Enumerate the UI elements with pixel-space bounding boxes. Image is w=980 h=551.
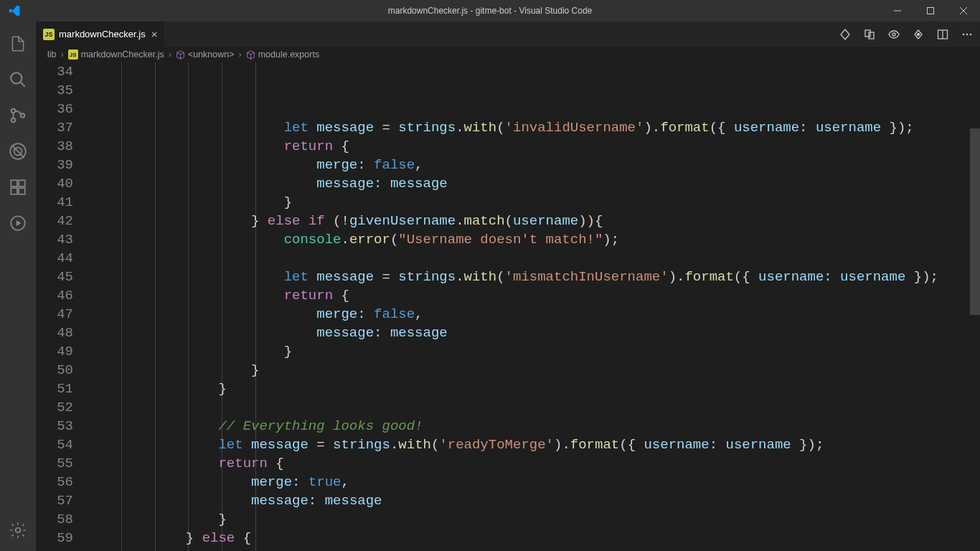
code-line[interactable]: console.error("Username doesn't match!")… — [88, 230, 980, 249]
activity-liveshare-icon[interactable] — [0, 205, 36, 241]
line-number: 54 — [36, 435, 73, 454]
code-line[interactable] — [88, 398, 980, 417]
code-line[interactable] — [88, 547, 980, 551]
line-number: 49 — [36, 342, 73, 361]
code-line[interactable]: let message = strings.with('readyToMerge… — [88, 435, 980, 454]
svg-rect-9 — [19, 188, 25, 194]
line-number: 58 — [36, 510, 73, 529]
code-editor[interactable]: 3435363738394041424344454647484950515253… — [36, 62, 980, 551]
svg-point-12 — [16, 528, 21, 533]
line-number: 43 — [36, 230, 73, 249]
chevron-right-icon: › — [239, 50, 242, 60]
code-line[interactable]: } else { — [88, 529, 980, 547]
action-more-icon[interactable] — [960, 27, 974, 42]
line-number: 36 — [36, 100, 73, 118]
svg-point-2 — [11, 109, 15, 113]
code-line[interactable]: return { — [88, 286, 980, 305]
code-line[interactable]: merge: true, — [88, 473, 980, 491]
activity-bar — [0, 22, 36, 551]
line-number: 51 — [36, 380, 73, 398]
tab-markdownchecker[interactable]: JS markdownChecker.js × — [36, 22, 165, 47]
activity-scm-icon[interactable] — [0, 98, 36, 133]
code-line[interactable]: message: message — [88, 174, 980, 193]
editor-actions — [838, 22, 980, 47]
line-number: 59 — [36, 529, 73, 547]
code-line[interactable] — [88, 100, 980, 118]
symbol-icon — [176, 50, 185, 60]
svg-point-15 — [892, 33, 895, 36]
code-line[interactable]: return { — [88, 454, 980, 473]
svg-rect-14 — [869, 32, 874, 39]
activity-explorer-icon[interactable] — [0, 26, 36, 62]
symbol-icon — [246, 50, 255, 60]
line-number: 48 — [36, 324, 73, 342]
svg-point-16 — [918, 33, 920, 35]
code-line[interactable]: // Everything looks good! — [88, 417, 980, 435]
code-line[interactable]: message: message — [88, 324, 980, 342]
tab-close-icon[interactable]: × — [151, 29, 158, 39]
code-line[interactable]: return { — [88, 137, 980, 156]
line-number: 55 — [36, 454, 73, 473]
line-number: 39 — [36, 156, 73, 174]
svg-rect-7 — [11, 180, 17, 187]
activity-extensions-icon[interactable] — [0, 169, 36, 205]
svg-point-20 — [970, 33, 972, 35]
code-line[interactable]: } — [88, 342, 980, 361]
svg-point-1 — [11, 72, 22, 83]
line-number: 37 — [36, 118, 73, 137]
action-reveal-icon[interactable] — [911, 27, 925, 42]
breadcrumb-folder[interactable]: lib — [47, 50, 57, 60]
code-line[interactable]: } — [88, 193, 980, 212]
action-preview-icon[interactable] — [887, 27, 901, 42]
window-title: markdownChecker.js - gitme-bot - Visual … — [388, 6, 593, 16]
line-number: 52 — [36, 398, 73, 417]
window-controls — [881, 0, 980, 22]
code-line[interactable]: let message = strings.with('invalidUsern… — [88, 118, 980, 137]
action-open-changes-icon[interactable] — [862, 27, 877, 42]
code-line[interactable]: merge: false, — [88, 305, 980, 324]
chevron-right-icon: › — [169, 50, 171, 60]
breadcrumb-symbol[interactable]: module.exports — [258, 50, 319, 60]
line-number: 40 — [36, 174, 73, 193]
js-file-icon: JS — [43, 29, 55, 40]
line-number: 46 — [36, 286, 73, 305]
chevron-right-icon: › — [61, 50, 64, 60]
code-line[interactable]: message: message — [88, 491, 980, 510]
code-line[interactable]: } — [88, 380, 980, 398]
breadcrumb-file[interactable]: markdownChecker.js — [81, 50, 164, 60]
js-file-icon: JS — [68, 50, 78, 60]
code-line[interactable] — [88, 249, 980, 268]
activity-debug-icon[interactable] — [0, 133, 36, 169]
line-number: 34 — [36, 62, 73, 81]
code-line[interactable]: merge: false, — [88, 156, 980, 174]
line-number: 47 — [36, 305, 73, 324]
code-line[interactable]: } — [88, 510, 980, 529]
code-area[interactable]: let message = strings.with('invalidUsern… — [88, 62, 980, 551]
activity-settings-icon[interactable] — [0, 512, 36, 548]
title-bar: markdownChecker.js - gitme-bot - Visual … — [0, 0, 980, 22]
code-line[interactable]: let message = strings.with('mismatchInUs… — [88, 268, 980, 286]
line-number: 50 — [36, 361, 73, 380]
action-split-icon[interactable] — [936, 27, 950, 42]
svg-rect-8 — [11, 188, 17, 194]
line-number: 42 — [36, 212, 73, 230]
line-number-gutter: 3435363738394041424344454647484950515253… — [36, 62, 88, 551]
line-number: 57 — [36, 491, 73, 510]
svg-point-3 — [11, 118, 15, 122]
activity-search-icon[interactable] — [0, 62, 36, 98]
breadcrumb[interactable]: lib › JS markdownChecker.js › <unknown> … — [36, 47, 980, 62]
line-number: 56 — [36, 473, 73, 491]
line-number: 41 — [36, 193, 73, 212]
svg-rect-0 — [928, 8, 934, 14]
code-line[interactable]: } — [88, 361, 980, 380]
vscode-logo-icon — [4, 0, 24, 22]
code-line[interactable]: } else if (!givenUsername.match(username… — [88, 212, 980, 230]
window-maximize-button[interactable] — [914, 0, 947, 22]
window-close-button[interactable] — [947, 0, 980, 22]
action-compare-icon[interactable] — [838, 27, 852, 42]
breadcrumb-symbol[interactable]: <unknown> — [188, 50, 235, 60]
line-number: 53 — [36, 417, 73, 435]
line-number: 44 — [36, 249, 73, 268]
window-minimize-button[interactable] — [881, 0, 914, 22]
line-number: 35 — [36, 81, 73, 100]
